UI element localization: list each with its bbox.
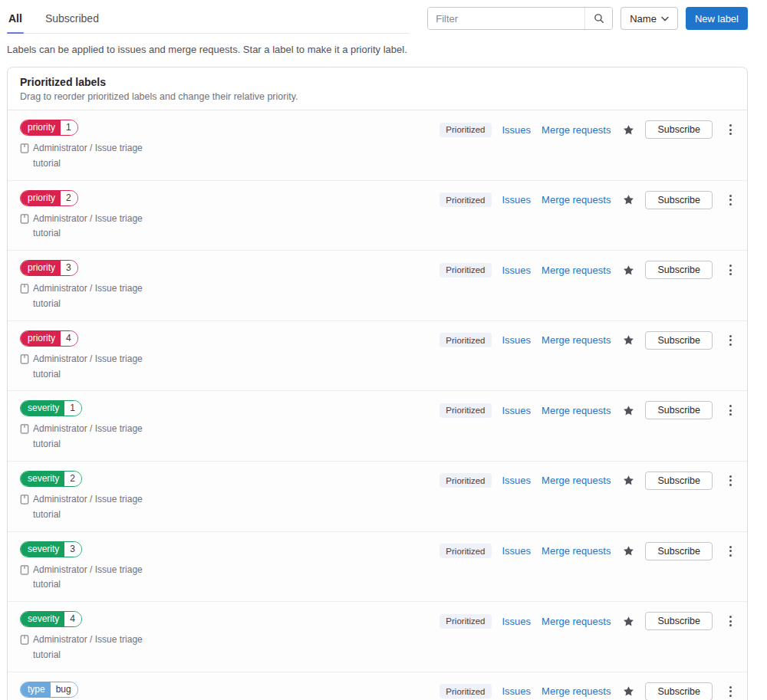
scoped-label-badge[interactable]: typebug [20,682,78,698]
prioritized-badge: Prioritized [439,123,491,137]
label-value: 1 [61,120,77,135]
kebab-icon [729,686,732,688]
scoped-label-badge[interactable]: severity4 [20,611,82,627]
label-options-menu-button[interactable] [725,332,736,349]
merge-requests-link[interactable]: Merge requests [542,265,611,276]
kebab-icon [729,616,732,618]
project-path: Administrator / Issue triage tutorial [20,563,163,593]
issues-link[interactable]: Issues [502,194,532,205]
filter-input[interactable] [428,8,584,29]
issues-link[interactable]: Issues [502,124,532,136]
label-scope: type [21,682,51,697]
project-icon [20,354,29,364]
label-actions: Prioritized Issues Merge requests Subscr… [439,401,736,419]
subscribe-button[interactable]: Subscribe [645,682,713,700]
label-options-menu-button[interactable] [725,683,736,700]
scoped-label-badge[interactable]: priority1 [20,120,78,136]
sort-dropdown[interactable]: Name [621,7,678,30]
project-path-text: Administrator / Issue triage tutorial [33,352,163,383]
merge-requests-link[interactable]: Merge requests [542,334,611,346]
label-info: priority2 Administrator / Issue triage t… [20,190,163,242]
issues-link[interactable]: Issues [502,405,532,416]
label-scope: severity [21,472,64,486]
subscribe-button[interactable]: Subscribe [645,472,713,490]
star-icon [623,545,634,557]
label-row: priority1 Administrator / Issue triage t… [8,110,747,181]
subscribe-button[interactable]: Subscribe [645,261,713,279]
subscribe-button[interactable]: Subscribe [645,191,713,209]
project-icon [20,635,29,645]
label-info: priority3 Administrator / Issue triage t… [20,260,163,312]
issues-link[interactable]: Issues [502,545,532,557]
subscribe-button[interactable]: Subscribe [645,120,713,139]
issues-link[interactable]: Issues [502,685,532,697]
subscribe-button[interactable]: Subscribe [645,542,713,560]
unprioritize-star-button[interactable] [621,405,634,416]
unprioritize-star-button[interactable] [621,616,634,627]
prioritized-labels-list: priority1 Administrator / Issue triage t… [8,110,747,700]
scoped-label-badge[interactable]: severity2 [20,471,82,487]
merge-requests-link[interactable]: Merge requests [542,194,611,205]
tab-subscribed[interactable]: Subscribed [44,8,100,33]
scoped-label-badge[interactable]: priority4 [20,330,78,347]
label-row: severity3 Administrator / Issue triage t… [8,532,747,603]
star-icon [623,685,634,697]
label-info: priority4 Administrator / Issue triage t… [20,330,163,383]
unprioritize-star-button[interactable] [621,545,634,557]
project-icon [20,565,29,575]
label-info: severity4 Administrator / Issue triage t… [20,611,163,663]
tab-all[interactable]: All [7,8,24,33]
new-label-button[interactable]: New label [686,7,748,30]
project-path-text: Administrator / Issue triage tutorial [33,563,163,593]
subscribe-button[interactable]: Subscribe [645,612,713,630]
subscribe-button[interactable]: Subscribe [645,401,713,419]
project-path-text: Administrator / Issue triage tutorial [33,141,163,172]
label-options-menu-button[interactable] [725,192,736,209]
label-options-menu-button[interactable] [725,543,736,560]
issues-link[interactable]: Issues [502,475,532,486]
scoped-label-badge[interactable]: priority3 [20,260,78,276]
search-button[interactable] [584,8,612,29]
label-options-menu-button[interactable] [725,121,736,138]
merge-requests-link[interactable]: Merge requests [542,545,611,557]
kebab-icon [729,546,732,548]
labels-toolbar: All Subscribed Name New label [7,5,748,34]
merge-requests-link[interactable]: Merge requests [542,685,611,697]
label-actions: Prioritized Issues Merge requests Subscr… [439,542,736,560]
star-icon [623,616,634,627]
label-row: severity1 Administrator / Issue triage t… [8,391,747,462]
unprioritize-star-button[interactable] [621,334,634,346]
merge-requests-link[interactable]: Merge requests [542,124,611,136]
project-path-text: Administrator / Issue triage tutorial [33,422,163,452]
subscribe-button[interactable]: Subscribe [645,331,713,350]
unprioritize-star-button[interactable] [621,685,634,697]
scoped-label-badge[interactable]: severity3 [20,541,82,557]
merge-requests-link[interactable]: Merge requests [542,616,611,627]
unprioritize-star-button[interactable] [621,265,634,276]
project-path: Administrator / Issue triage tutorial [20,352,163,383]
label-scope: severity [21,542,64,557]
issues-link[interactable]: Issues [502,265,532,276]
label-row: severity2 Administrator / Issue triage t… [8,462,747,532]
merge-requests-link[interactable]: Merge requests [542,475,611,486]
scoped-label-badge[interactable]: priority2 [20,190,78,206]
merge-requests-link[interactable]: Merge requests [542,405,611,416]
issues-link[interactable]: Issues [502,616,532,627]
project-path-text: Administrator / Issue triage tutorial [33,633,163,663]
unprioritize-star-button[interactable] [621,124,634,136]
unprioritize-star-button[interactable] [621,475,634,486]
label-options-menu-button[interactable] [725,402,736,419]
project-path: Administrator / Issue triage tutorial [20,212,163,242]
scoped-label-badge[interactable]: severity1 [20,400,82,416]
prioritized-badge: Prioritized [439,473,491,488]
project-path-text: Administrator / Issue triage tutorial [33,492,163,523]
label-options-menu-button[interactable] [725,261,736,278]
project-path-text: Administrator / Issue triage tutorial [33,281,163,312]
label-row: priority4 Administrator / Issue triage t… [8,321,747,392]
issues-link[interactable]: Issues [502,334,532,346]
project-path: Administrator / Issue triage tutorial [20,281,163,312]
unprioritize-star-button[interactable] [621,194,634,205]
label-options-menu-button[interactable] [725,472,736,489]
label-scope: priority [21,120,61,135]
label-options-menu-button[interactable] [725,613,736,629]
